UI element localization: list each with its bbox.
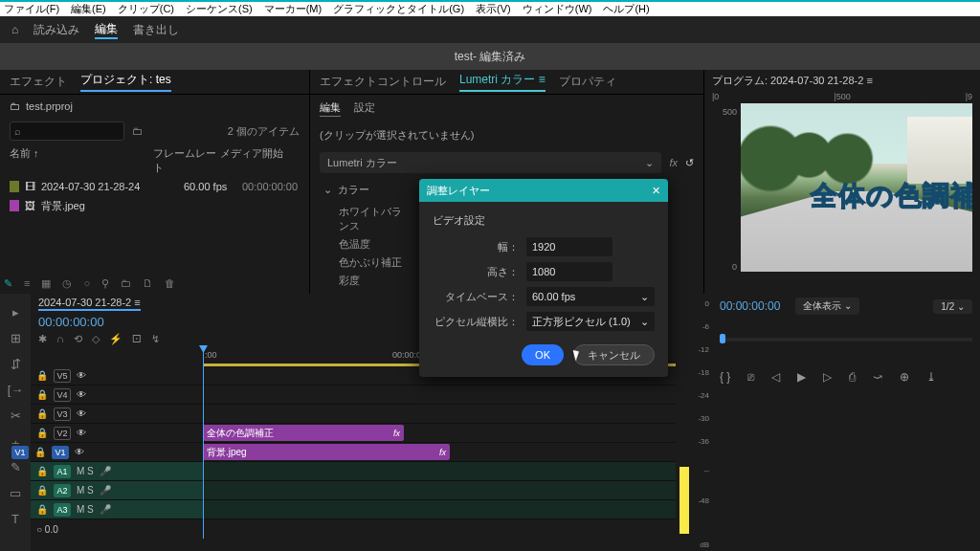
menu-view[interactable]: 表示(V) <box>476 2 511 16</box>
bin-icon[interactable]: 🗀 <box>132 125 143 137</box>
subtab-edit[interactable]: 編集 <box>320 100 341 117</box>
trash-icon[interactable]: 🗑 <box>165 277 175 290</box>
menu-clip[interactable]: クリップ(C) <box>118 2 174 16</box>
ripple-icon[interactable]: ⇵ <box>11 357 21 371</box>
close-icon[interactable]: ✕ <box>652 185 660 197</box>
t-icon[interactable]: ↯ <box>151 333 160 345</box>
mic-icon[interactable]: 🎤 <box>100 485 111 496</box>
lift-icon[interactable]: ⤻ <box>873 370 882 384</box>
sequence-tab[interactable]: 2024-07-30 21-28-2 ≡ <box>38 297 141 311</box>
ws-export[interactable]: 書き出し <box>133 22 179 38</box>
track-toggle[interactable]: A3 <box>54 503 71 517</box>
tab-effect-controls[interactable]: エフェクトコントロール <box>320 74 446 90</box>
col-framerate[interactable]: フレームレート <box>153 146 220 175</box>
row-v2[interactable]: 全体の色調補正fx <box>203 424 676 443</box>
resolution-select[interactable]: 1/2 ⌄ <box>933 299 972 314</box>
menu-window[interactable]: ウィンドウ(W) <box>523 2 592 16</box>
track-a2[interactable]: 🔒A2M S🎤 <box>31 481 203 500</box>
menu-help[interactable]: ヘルプ(H) <box>603 2 649 16</box>
track-toggle[interactable]: V2 <box>54 427 71 440</box>
home-icon[interactable]: ⌂ <box>11 23 18 36</box>
menu-graphics[interactable]: グラフィックとタイトル(G) <box>333 2 464 16</box>
col-start[interactable]: メディア開始 <box>220 146 283 175</box>
search-input[interactable]: ⌕ <box>10 121 124 141</box>
snap-icon[interactable]: ✱ <box>38 333 47 345</box>
cancel-button[interactable]: キャンセル <box>573 344 655 365</box>
track-toggle[interactable]: V5 <box>54 369 71 383</box>
fx-icon[interactable]: fx <box>669 157 678 168</box>
row-a2[interactable] <box>203 481 676 500</box>
track-v5[interactable]: 🔒V5👁 <box>31 366 203 386</box>
source-patch[interactable]: V1 <box>11 446 29 459</box>
row-v1[interactable]: 背景.jpegfx <box>203 443 676 462</box>
tab-effects[interactable]: エフェクト <box>10 74 67 90</box>
eye-icon[interactable]: 👁 <box>77 370 86 381</box>
eye-icon[interactable]: 👁 <box>75 447 84 457</box>
track-toggle[interactable]: V1 <box>52 446 69 459</box>
razor-icon[interactable]: ✂ <box>11 408 21 423</box>
track-toggle[interactable]: V4 <box>54 388 71 402</box>
extract-icon[interactable]: ⊕ <box>900 370 909 384</box>
track-toggle[interactable]: A1 <box>54 465 71 478</box>
menu-sequence[interactable]: シーケンス(S) <box>186 2 253 16</box>
row-a3[interactable] <box>203 500 676 519</box>
linked-icon[interactable]: ∩ <box>56 333 64 345</box>
track-toggle[interactable]: A2 <box>54 484 71 497</box>
program-preview[interactable]: 全体の色調補 <box>741 103 972 272</box>
menu-edit[interactable]: 編集(E) <box>71 2 106 16</box>
step-back-icon[interactable]: ⎚ <box>747 370 754 384</box>
ms-label[interactable]: M S <box>77 504 94 515</box>
track-select-icon[interactable]: ⊞ <box>11 331 21 345</box>
os-menubar[interactable]: ファイル(F) 編集(E) クリップ(C) シーケンス(S) マーカー(M) グ… <box>0 0 980 16</box>
row-v3[interactable] <box>203 405 676 424</box>
row-v4[interactable] <box>203 386 676 405</box>
track-a3[interactable]: 🔒A3M S🎤 <box>31 500 203 519</box>
settings-icon[interactable]: ◇ <box>92 333 100 345</box>
mic-icon[interactable]: 🎤 <box>100 504 111 515</box>
ws-edit[interactable]: 編集 <box>95 21 118 39</box>
icon-view-icon[interactable]: ▦ <box>41 277 51 290</box>
row-a1[interactable] <box>203 462 676 481</box>
list-view-icon[interactable]: ≡ <box>24 277 30 290</box>
lock-icon[interactable]: 🔒 <box>36 466 48 476</box>
new-bin-icon[interactable]: 🗀 <box>121 277 131 290</box>
ws-import[interactable]: 読み込み <box>33 22 79 38</box>
menu-file[interactable]: ファイル(F) <box>4 2 59 16</box>
project-row[interactable]: 🎞 2024-07-30 21-28-24 60.00 fps 00:00:00… <box>0 177 309 196</box>
tab-project[interactable]: プロジェクト: tes <box>80 72 171 92</box>
cc-icon[interactable]: ⚀ <box>132 333 142 345</box>
reset-icon[interactable]: ↺ <box>685 157 694 169</box>
col-name[interactable]: 名前 ↑ <box>10 146 153 175</box>
timebase-select[interactable]: 60.00 fps⌄ <box>526 287 655 306</box>
ms-label[interactable]: M S <box>77 466 94 476</box>
clip-background[interactable]: 背景.jpegfx <box>203 444 450 460</box>
next-frame-icon[interactable]: ▷ <box>823 370 832 384</box>
mic-icon[interactable]: 🎤 <box>100 466 111 476</box>
eye-icon[interactable]: 👁 <box>77 389 86 400</box>
lock-icon[interactable]: 🔒 <box>36 428 48 438</box>
height-input[interactable]: 1080 <box>526 262 612 281</box>
program-scrubber[interactable] <box>720 338 972 342</box>
new-item-icon[interactable]: 🗋 <box>143 277 153 290</box>
wrench-icon[interactable]: ⚡ <box>109 333 122 345</box>
pen-icon[interactable]: ✎ <box>11 460 21 474</box>
subtab-settings[interactable]: 設定 <box>354 100 375 117</box>
menu-marker[interactable]: マーカー(M) <box>264 2 323 16</box>
slip-icon[interactable]: [→ <box>8 383 24 397</box>
lock-icon[interactable]: 🔒 <box>36 389 48 400</box>
in-out-icon[interactable]: { } <box>720 370 730 384</box>
marker-icon[interactable]: ⟲ <box>74 333 82 345</box>
zoom-fit[interactable]: 全体表示 ⌄ <box>795 298 859 315</box>
par-select[interactable]: 正方形ピクセル (1.0)⌄ <box>526 312 655 331</box>
lumetri-dropdown[interactable]: Lumetri カラー ⌄ <box>320 152 661 173</box>
tab-properties[interactable]: プロパティ <box>559 74 616 90</box>
track-v2[interactable]: 🔒V2👁 <box>31 424 203 443</box>
tab-lumetri[interactable]: Lumetri カラー ≡ <box>459 72 546 92</box>
track-toggle[interactable]: V3 <box>54 408 71 421</box>
step-fwd-icon[interactable]: ⎙ <box>849 370 856 384</box>
eye-icon[interactable]: 👁 <box>77 408 86 419</box>
lock-icon[interactable]: 🔒 <box>34 447 46 457</box>
freeform-icon[interactable]: ◷ <box>62 277 72 290</box>
export-frame-icon[interactable]: ⤓ <box>926 370 936 384</box>
type-tool-icon[interactable]: T <box>11 512 19 526</box>
